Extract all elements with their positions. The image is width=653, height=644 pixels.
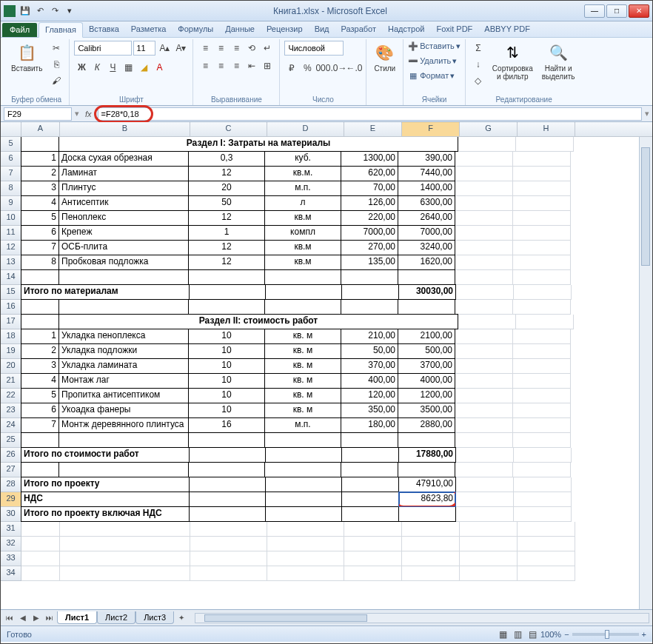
cell[interactable] [398,299,455,315]
cell[interactable] [267,537,344,551]
cell[interactable] [518,551,575,566]
cell[interactable]: 12 [188,210,265,226]
cell[interactable]: 370,00 [341,358,398,374]
row-header[interactable]: 8 [1,181,21,196]
select-all-corner[interactable] [1,122,21,136]
col-header-B[interactable]: B [60,122,190,136]
zoom-in-icon[interactable]: + [642,630,646,639]
row-header[interactable]: 7 [1,167,21,181]
row-header[interactable]: 20 [1,359,21,374]
cell[interactable] [60,522,190,537]
spreadsheet-grid[interactable]: ABCDEFGH 5Раздел I: Затраты на материалы… [1,122,652,609]
cell[interactable]: 3500,00 [398,403,455,418]
align-top-icon[interactable]: ≡ [198,41,212,56]
col-header-E[interactable]: E [344,122,402,136]
row-header[interactable]: 11 [1,226,21,241]
cell[interactable]: Монтж деревянного плинтуса [58,417,189,433]
format-cells-button[interactable]: ▦Формат ▾ [408,70,455,81]
col-header-G[interactable]: G [460,122,518,136]
cell[interactable] [344,551,402,566]
cell[interactable] [513,344,571,359]
cell[interactable] [455,403,513,418]
tab-next-icon[interactable]: ▶ [30,612,42,624]
cell[interactable] [458,315,516,329]
tab-last-icon[interactable]: ⏭ [44,612,56,624]
cell[interactable]: 10 [188,343,265,359]
cell[interactable] [455,389,513,403]
cell[interactable] [455,329,513,344]
cell[interactable]: 120,00 [341,388,398,403]
cell[interactable] [460,522,518,537]
cell[interactable]: кв. м [264,343,341,359]
horizontal-scrollbar[interactable] [195,613,649,623]
cell[interactable] [58,432,189,448]
cell[interactable] [518,522,575,537]
cell[interactable]: 1 [188,225,265,241]
row-header[interactable]: 15 [1,285,21,300]
cell[interactable] [513,270,571,285]
cell[interactable] [21,299,59,315]
cell[interactable] [513,181,571,196]
cell[interactable]: кв.м [264,240,341,255]
cell[interactable] [189,492,266,507]
close-button[interactable]: ✕ [629,4,649,18]
cell[interactable] [513,403,571,418]
cell[interactable] [265,477,342,492]
cell[interactable]: Антисептик [58,195,189,211]
cell[interactable]: 2640,00 [398,210,455,226]
cell[interactable] [344,522,402,537]
align-middle-icon[interactable]: ≡ [213,41,228,56]
cell[interactable]: кв. м [264,403,341,418]
cell[interactable]: куб. [264,151,341,167]
sheet-tab[interactable]: Лист3 [135,611,174,624]
cell[interactable] [460,551,518,566]
cell[interactable] [341,284,399,300]
cell[interactable] [402,537,460,551]
cell[interactable] [456,507,514,522]
cell[interactable] [341,269,398,285]
cell[interactable] [265,506,342,522]
cell[interactable]: 3700,00 [398,358,455,374]
cell[interactable]: 7440,00 [398,166,455,181]
cell[interactable] [190,551,267,566]
cell[interactable]: 10 [188,329,265,344]
cell[interactable] [21,269,59,285]
cell[interactable] [189,506,266,522]
minimize-button[interactable]: — [584,4,605,18]
scroll-thumb[interactable] [641,147,650,266]
cell[interactable] [398,432,455,448]
cell[interactable] [455,344,513,359]
cell[interactable]: 1 [21,329,59,344]
cell[interactable]: 270,00 [341,240,398,255]
cell[interactable]: м.п. [264,417,341,433]
italic-button[interactable]: К [90,60,104,75]
cell[interactable] [189,284,266,300]
row-header[interactable]: 17 [1,315,21,329]
cell[interactable]: 4000,00 [398,373,455,389]
cell[interactable]: 50 [188,195,265,211]
cell[interactable] [456,477,514,492]
font-size-select[interactable]: 11 [133,41,155,56]
row-header[interactable]: 30 [1,507,21,522]
cell[interactable] [513,255,571,270]
row-header[interactable]: 14 [1,270,21,285]
cell[interactable]: 390,00 [398,151,455,167]
cell[interactable] [341,447,399,463]
cell[interactable] [514,492,572,507]
formula-input[interactable]: =F28*0,18 [98,107,642,121]
cell[interactable] [455,167,513,181]
cell[interactable]: кв. м [264,329,341,344]
cell[interactable] [267,551,344,566]
cell[interactable] [58,299,189,315]
format-painter-icon[interactable]: 🖌 [48,73,64,88]
row-header[interactable]: 34 [1,566,21,581]
merge-icon[interactable]: ⊞ [260,58,275,73]
cell[interactable] [513,226,571,241]
cell[interactable] [188,432,265,448]
cell[interactable] [21,537,60,551]
cell[interactable]: 220,00 [341,210,398,226]
underline-button[interactable]: Ч [105,60,120,75]
cell[interactable] [21,566,60,581]
cell[interactable]: 12 [188,166,265,181]
cell[interactable]: кв.м [264,210,341,226]
